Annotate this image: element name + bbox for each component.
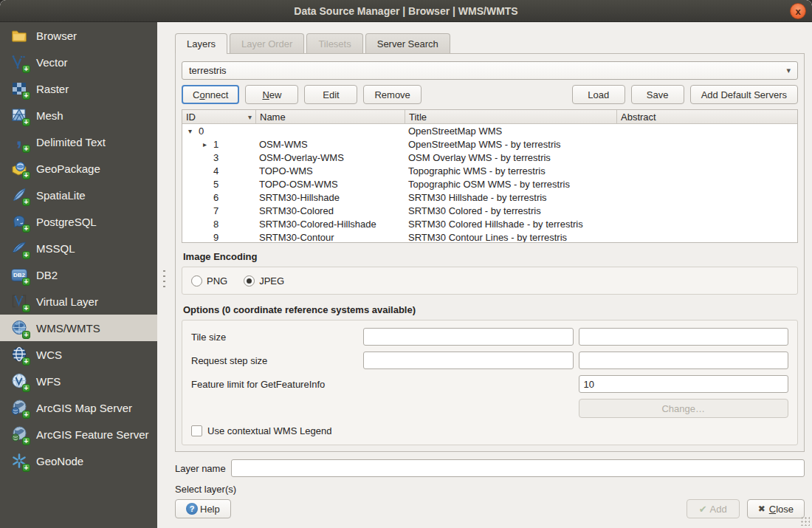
png-radio[interactable]: PNG — [191, 275, 227, 287]
wcs-icon: + — [10, 345, 29, 364]
arcgis-map-server-icon: + — [10, 398, 29, 417]
add-layer-badge-icon: + — [22, 437, 30, 445]
mesh-icon: + — [10, 106, 29, 125]
sidebar-item-spatialite[interactable]: + SpatiaLite — [0, 182, 157, 208]
sidebar-item-wcs[interactable]: + WCS — [0, 341, 157, 368]
table-row[interactable]: ▸1 OSM-WMS OpenStreetMap WMS - by terres… — [182, 137, 797, 151]
column-header-id[interactable]: ID ▾ — [182, 110, 256, 123]
db2-icon: DB2 + — [10, 265, 29, 284]
sidebar-item-label: MSSQL — [36, 242, 75, 255]
source-type-sidebar: Browser + Vector + Raster + — [0, 22, 157, 528]
table-row[interactable]: 6 SRTM30-Hillshade SRTM30 Hillshade - by… — [182, 191, 797, 204]
status-text: Select layer(s) — [175, 484, 805, 495]
server-connection-value: terrestris — [189, 65, 786, 76]
contextual-legend-checkbox[interactable]: Use contextual WMS Legend — [191, 425, 788, 436]
server-connection-select[interactable]: terrestris ▾ — [182, 61, 798, 80]
window-resize-grip[interactable] — [800, 516, 810, 526]
image-encoding-title: Image Encoding — [183, 251, 798, 262]
table-row[interactable]: 3 OSM-Overlay-WMS OSM Overlay WMS - by t… — [182, 151, 797, 164]
add-layer-badge-icon: + — [22, 92, 30, 100]
sidebar-item-wms-wmts[interactable]: + WMS/WMTS — [0, 315, 157, 341]
sidebar-item-raster[interactable]: + Raster — [0, 75, 157, 102]
sidebar-item-label: GeoPackage — [36, 162, 100, 175]
edit-button[interactable]: Edit — [304, 85, 357, 104]
sidebar-item-wfs[interactable]: + WFS — [0, 368, 157, 394]
sidebar-item-label: WFS — [36, 375, 61, 388]
table-row[interactable]: 4 TOPO-WMS Topographic WMS - by terrestr… — [182, 164, 797, 177]
column-header-name[interactable]: Name — [256, 110, 405, 123]
arcgis-feature-server-icon: + — [10, 425, 29, 444]
check-icon: ✔ — [699, 504, 707, 515]
geonode-icon: + — [10, 451, 29, 470]
add-default-servers-button[interactable]: Add Default Servers — [690, 85, 798, 104]
connect-button[interactable]: Connect — [182, 85, 239, 104]
sidebar-item-label: GeoNode — [36, 455, 83, 467]
new-button[interactable]: New — [245, 85, 298, 104]
tab-server-search[interactable]: Server Search — [365, 33, 450, 53]
feature-limit-input[interactable] — [579, 375, 789, 393]
tile-width-input[interactable] — [363, 328, 574, 346]
tab-layers[interactable]: Layers — [175, 33, 227, 53]
sidebar-item-vector[interactable]: + Vector — [0, 49, 157, 75]
help-question-icon: ? — [186, 503, 198, 515]
request-step-height-input[interactable] — [579, 352, 789, 369]
folder-icon — [10, 26, 29, 45]
sidebar-item-geonode[interactable]: + GeoNode — [0, 448, 157, 474]
sidebar-item-arcgis-map-server[interactable]: + ArcGIS Map Server — [0, 394, 157, 421]
add-layer-badge-icon: + — [22, 171, 30, 179]
remove-button[interactable]: Remove — [363, 85, 421, 104]
sidebar-item-label: WCS — [36, 349, 62, 361]
sidebar-item-geopackage[interactable]: + GeoPackage — [0, 155, 157, 182]
sidebar-item-mssql[interactable]: + MSSQL — [0, 235, 157, 261]
sidebar-item-arcgis-feature-server[interactable]: + ArcGIS Feature Server — [0, 421, 157, 448]
sidebar-item-label: Mesh — [36, 109, 63, 122]
table-row[interactable]: 5 TOPO-OSM-WMS Topographic OSM WMS - by … — [182, 177, 797, 191]
sidebar-item-label: SpatiaLite — [36, 189, 86, 202]
add-layer-badge-icon: + — [22, 118, 30, 126]
options-group: Tile size Request step size Feature limi… — [182, 320, 798, 445]
tree-expander-icon[interactable]: ▾ — [185, 127, 195, 135]
sidebar-item-browser[interactable]: Browser — [0, 22, 157, 49]
delimited-text-icon: , + — [10, 132, 29, 151]
column-header-abstract[interactable]: Abstract — [617, 110, 797, 123]
sidebar-item-label: WMS/WMTS — [36, 322, 100, 335]
geopackage-icon: + — [10, 159, 29, 178]
jpeg-radio[interactable]: JPEG — [244, 275, 284, 287]
window-close-button[interactable]: x — [790, 3, 806, 19]
wms-wmts-page: Layers Layer Order Tilesets Server Searc… — [157, 22, 812, 528]
add-layer-badge-icon: + — [22, 464, 30, 472]
sidebar-item-mesh[interactable]: + Mesh — [0, 102, 157, 128]
table-row[interactable]: ▾0 OpenStreetMap WMS — [182, 124, 797, 137]
sidebar-item-virtual-layer[interactable]: + Virtual Layer — [0, 288, 157, 315]
tab-tilesets: Tilesets — [306, 33, 362, 53]
radio-selected-icon — [244, 275, 255, 287]
table-row[interactable]: 8 SRTM30-Colored-Hillshade SRTM30 Colore… — [182, 217, 797, 230]
add-layer-badge-icon: + — [22, 65, 30, 73]
column-header-title[interactable]: Title — [405, 110, 617, 123]
load-button[interactable]: Load — [572, 85, 625, 104]
raster-icon: + — [10, 79, 29, 98]
sidebar-item-label: Raster — [36, 83, 69, 95]
close-button[interactable]: ✖ Close — [747, 499, 805, 518]
sidebar-item-db2[interactable]: DB2 + DB2 — [0, 261, 157, 288]
sidebar-item-postgresql[interactable]: + PostgreSQL — [0, 208, 157, 235]
add-layer-badge-icon: + — [22, 357, 30, 366]
table-row[interactable]: 9 SRTM30-Contour SRTM30 Contour Lines - … — [182, 230, 797, 243]
request-step-label: Request step size — [191, 355, 358, 366]
help-button[interactable]: ? Help — [175, 499, 231, 518]
add-layer-badge-icon: + — [22, 198, 30, 206]
vector-icon: + — [10, 52, 29, 72]
sidebar-splitter-handle[interactable] — [163, 270, 165, 291]
sidebar-item-delimited-text[interactable]: , + Delimited Text — [0, 128, 157, 155]
request-step-width-input[interactable] — [363, 352, 574, 369]
add-layer-badge-icon: + — [22, 145, 30, 153]
add-layer-badge-icon: + — [22, 251, 30, 259]
change-crs-button: Change… — [579, 399, 789, 418]
close-icon: x — [795, 7, 800, 16]
save-button[interactable]: Save — [631, 85, 684, 104]
tile-height-input[interactable] — [579, 328, 789, 346]
tree-expander-icon[interactable]: ▸ — [200, 140, 210, 148]
add-button: ✔ Add — [687, 499, 740, 518]
table-row[interactable]: 7 SRTM30-Colored SRTM30 Colored - by ter… — [182, 204, 797, 217]
layer-name-input[interactable] — [231, 459, 805, 477]
